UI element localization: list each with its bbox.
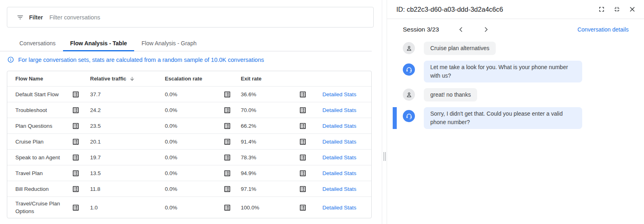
headset-icon (405, 112, 413, 120)
fullscreen-button[interactable] (598, 5, 606, 13)
list-alt-icon[interactable] (223, 185, 231, 193)
fullscreen-exit-icon (613, 5, 621, 13)
list-alt-icon[interactable] (299, 106, 307, 114)
chat-transcript: Cruise plan alternatives Let me take a l… (387, 39, 644, 224)
tab-bar: ConversationsFlow Analysis - TableFlow A… (0, 36, 372, 51)
column-header-relative-traffic[interactable]: Relative traffic (90, 76, 165, 82)
table-body: Default Start Flow 37.7 0.0% 36.6% Detai… (7, 86, 371, 218)
previous-session-button[interactable] (457, 25, 465, 34)
list-alt-icon[interactable] (223, 138, 231, 146)
list-alt-icon[interactable] (299, 185, 307, 193)
panel-divider (382, 0, 382, 224)
exit-fullscreen-button[interactable] (613, 5, 621, 13)
chevron-left-icon (457, 25, 465, 34)
flow-name-cell: Default Start Flow (7, 88, 72, 101)
conversation-detail-panel: ID: cb22c3-d60-a03-ddd-3d2a4c6c6 Session… (387, 0, 644, 224)
agent-avatar (403, 110, 415, 122)
exit-rate-cell: 70.0% (241, 107, 299, 113)
chat-message: Cruise plan alternatives (393, 42, 637, 55)
flow-name-cell: Cruise Plan (7, 135, 72, 148)
detailed-stats-link[interactable]: Detailed Stats (316, 170, 356, 176)
list-alt-icon[interactable] (299, 154, 307, 161)
list-alt-icon[interactable] (72, 138, 80, 146)
info-icon (7, 56, 14, 63)
message-bubble: Let me take a look for you. What is your… (424, 61, 582, 82)
escalation-rate-cell: 0.0% (165, 107, 223, 113)
highlighted-message-bar (393, 107, 397, 129)
relative-traffic-cell: 37.7 (90, 91, 165, 97)
user-avatar (403, 42, 415, 54)
list-alt-icon[interactable] (299, 138, 307, 146)
detailed-stats-link[interactable]: Detailed Stats (316, 154, 356, 161)
exit-rate-cell: 66.2% (241, 123, 299, 129)
list-alt-icon[interactable] (72, 154, 80, 161)
list-alt-icon[interactable] (299, 122, 307, 130)
message-bubble: great! no thanks (424, 88, 477, 101)
detailed-stats-link[interactable]: Detailed Stats (316, 107, 356, 113)
chat-message: great! no thanks (393, 88, 637, 101)
list-alt-icon[interactable] (299, 204, 307, 211)
list-alt-icon[interactable] (223, 169, 231, 177)
message-bubble: Cruise plan alternatives (424, 42, 496, 55)
detailed-stats-link[interactable]: Detailed Stats (316, 139, 356, 145)
flow-analysis-table: Flow Name Relative traffic Escalation ra… (7, 71, 372, 218)
table-row: Troubleshoot 24.2 0.0% 70.0% Detailed St… (7, 102, 371, 118)
session-label: Session 3/23 (403, 26, 439, 33)
exit-rate-cell: 78.3% (241, 154, 299, 161)
column-header-escalation-rate[interactable]: Escalation rate (165, 76, 223, 82)
list-alt-icon[interactable] (72, 122, 80, 130)
column-header-exit-rate[interactable]: Exit rate (241, 76, 299, 82)
tab-flow-analysis-graph[interactable]: Flow Analysis - Graph (134, 36, 204, 51)
detailed-stats-link[interactable]: Detailed Stats (316, 186, 356, 192)
panel-resize-handle[interactable] (383, 152, 386, 161)
escalation-rate-cell: 0.0% (165, 170, 223, 176)
detailed-stats-link[interactable]: Detailed Stats (316, 205, 356, 211)
person-icon (405, 44, 413, 52)
detail-panel-header: ID: cb22c3-d60-a03-ddd-3d2a4c6c6 (387, 0, 644, 19)
relative-traffic-cell: 23.5 (90, 123, 165, 129)
tab-flow-analysis-table[interactable]: Flow Analysis - Table (63, 36, 135, 51)
list-alt-icon[interactable] (223, 91, 231, 98)
list-alt-icon[interactable] (223, 106, 231, 114)
escalation-rate-cell: 0.0% (165, 139, 223, 145)
close-panel-button[interactable] (628, 5, 636, 13)
flow-name-cell: Plan Questions (7, 119, 72, 133)
filter-conversations-input[interactable] (48, 14, 373, 21)
filter-bar[interactable]: Filter (7, 7, 374, 27)
conversation-details-link[interactable]: Conversation details (577, 26, 629, 33)
table-header-row: Flow Name Relative traffic Escalation ra… (7, 71, 371, 86)
next-session-button[interactable] (482, 25, 490, 34)
flow-name-cell: Speak to an Agent (7, 151, 72, 164)
chat-message: Sorry, I didn't get that. Could you plea… (393, 107, 637, 129)
message-bubble: Sorry, I didn't get that. Could you plea… (424, 107, 582, 129)
tab-conversations[interactable]: Conversations (12, 36, 63, 51)
detailed-stats-link[interactable]: Detailed Stats (316, 123, 356, 129)
fullscreen-icon (598, 5, 606, 13)
exit-rate-cell: 36.6% (241, 91, 299, 97)
flow-name-cell: Travel/Cruise Plan Options (7, 197, 72, 218)
table-row: Default Start Flow 37.7 0.0% 36.6% Detai… (7, 86, 371, 102)
exit-rate-cell: 91.4% (241, 139, 299, 145)
filter-list-icon (17, 14, 24, 21)
list-alt-icon[interactable] (299, 91, 307, 98)
table-row: Speak to an Agent 19.7 0.0% 78.3% Detail… (7, 149, 371, 165)
list-alt-icon[interactable] (72, 169, 80, 177)
info-banner: For large conversation sets, stats are c… (7, 56, 264, 63)
detailed-stats-link[interactable]: Detailed Stats (316, 91, 356, 97)
list-alt-icon[interactable] (223, 154, 231, 161)
close-icon (628, 5, 636, 13)
list-alt-icon[interactable] (223, 122, 231, 130)
list-alt-icon[interactable] (72, 106, 80, 114)
list-alt-icon[interactable] (72, 91, 80, 98)
list-alt-icon[interactable] (72, 185, 80, 193)
relative-traffic-cell: 24.2 (90, 107, 165, 113)
relative-traffic-cell: 13.5 (90, 170, 165, 176)
list-alt-icon[interactable] (72, 204, 80, 211)
list-alt-icon[interactable] (299, 169, 307, 177)
table-row: Cruise Plan 20.1 0.0% 91.4% Detailed Sta… (7, 133, 371, 149)
list-alt-icon[interactable] (223, 204, 231, 211)
sort-descending-icon[interactable] (129, 76, 135, 82)
relative-traffic-cell: 20.1 (90, 139, 165, 145)
exit-rate-cell: 100.0% (241, 205, 299, 211)
session-navigation-row: Session 3/23 Conversation details (387, 19, 644, 39)
